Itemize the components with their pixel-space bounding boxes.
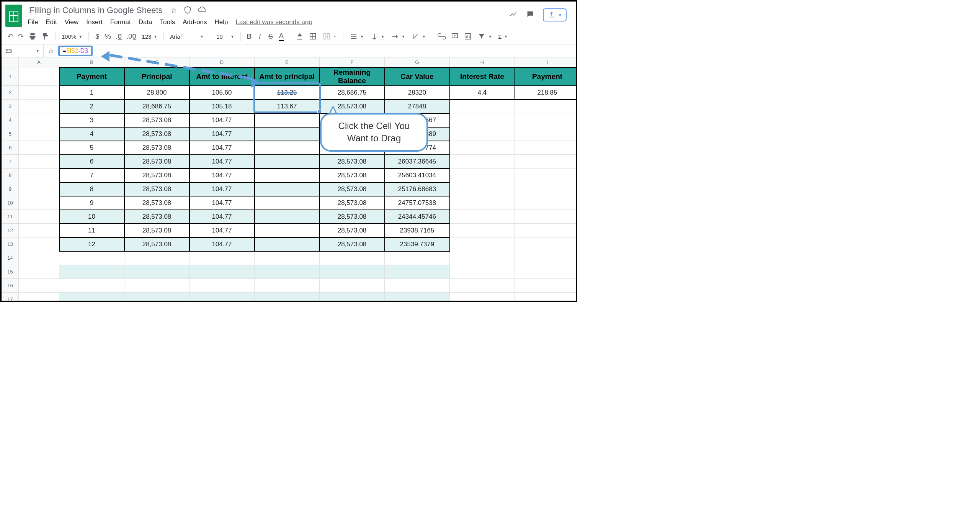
cell-C6[interactable]: 28,573.08 xyxy=(124,141,189,155)
cell-B2[interactable]: 1 xyxy=(59,86,124,100)
cell-A2[interactable] xyxy=(19,86,59,100)
cell-B1[interactable]: Payment xyxy=(59,67,124,86)
cell-G9[interactable]: 25176.68683 xyxy=(385,182,450,196)
cell-I11[interactable] xyxy=(515,210,578,224)
valign-button[interactable]: ▼ xyxy=(368,32,387,41)
cell-F15[interactable] xyxy=(320,265,385,279)
fill-color-button[interactable] xyxy=(294,31,305,42)
cell-G2[interactable]: 28320 xyxy=(385,86,450,100)
halign-button[interactable]: ▼ xyxy=(347,32,366,41)
row-header-10[interactable]: 10 xyxy=(2,196,19,210)
cell-B17[interactable] xyxy=(59,293,124,303)
cell-B11[interactable]: 10 xyxy=(59,210,124,224)
cell-E5[interactable] xyxy=(255,127,320,141)
cell-I15[interactable] xyxy=(515,265,578,279)
currency-button[interactable]: $ xyxy=(93,31,102,42)
col-C[interactable]: C xyxy=(124,57,189,67)
borders-button[interactable] xyxy=(307,31,318,42)
cell-F14[interactable] xyxy=(320,251,385,265)
cell-F1[interactable]: Remaining Balance xyxy=(320,67,385,86)
cell-I12[interactable] xyxy=(515,224,578,237)
cell-I7[interactable] xyxy=(515,155,578,169)
cell-I4[interactable] xyxy=(515,113,578,127)
last-edit-link[interactable]: Last edit was seconds ago xyxy=(236,18,312,26)
cell-D11[interactable]: 104.77 xyxy=(189,210,255,224)
merge-button[interactable]: ▼ xyxy=(320,32,339,41)
col-H[interactable]: H xyxy=(450,57,515,67)
cell-H15[interactable] xyxy=(450,265,515,279)
cell-E16[interactable] xyxy=(255,279,320,293)
print-button[interactable] xyxy=(27,31,38,42)
cell-E4[interactable] xyxy=(255,113,320,127)
cell-A5[interactable] xyxy=(19,127,59,141)
star-icon[interactable]: ☆ xyxy=(170,6,177,15)
cell-A14[interactable] xyxy=(19,251,59,265)
comment-button[interactable] xyxy=(449,31,461,42)
cell-G16[interactable] xyxy=(385,279,450,293)
italic-button[interactable]: I xyxy=(255,31,265,42)
cell-H11[interactable] xyxy=(450,210,515,224)
cell-C4[interactable]: 28,573.08 xyxy=(124,113,189,127)
undo-button[interactable]: ↶ xyxy=(5,31,15,42)
cell-H16[interactable] xyxy=(450,279,515,293)
cell-G1[interactable]: Car Value xyxy=(385,67,450,86)
menu-tools[interactable]: Tools xyxy=(160,18,175,26)
cell-D3[interactable]: 105.18 xyxy=(189,100,255,113)
col-D[interactable]: D xyxy=(189,57,255,67)
cell-C11[interactable]: 28,573.08 xyxy=(124,210,189,224)
row-header-2[interactable]: 2 xyxy=(2,86,19,100)
cell-G15[interactable] xyxy=(385,265,450,279)
cell-I6[interactable] xyxy=(515,141,578,155)
menu-help[interactable]: Help xyxy=(215,18,228,26)
cell-B8[interactable]: 7 xyxy=(59,169,124,182)
cell-D12[interactable]: 104.77 xyxy=(189,224,255,237)
cell-E8[interactable] xyxy=(255,169,320,182)
cell-E1[interactable]: Amt to principal xyxy=(255,67,320,86)
row-header-16[interactable]: 16 xyxy=(2,279,19,293)
cell-F9[interactable]: 28,573.08 xyxy=(320,182,385,196)
cell-H12[interactable] xyxy=(450,224,515,237)
cell-A15[interactable] xyxy=(19,265,59,279)
paint-format-button[interactable] xyxy=(40,31,51,42)
activity-icon[interactable] xyxy=(509,10,518,20)
cell-C13[interactable]: 28,573.08 xyxy=(124,237,189,251)
column-headers[interactable]: A B C D E F G H I xyxy=(2,57,578,67)
cell-F11[interactable]: 28,573.08 xyxy=(320,210,385,224)
wrap-button[interactable]: ▼ xyxy=(389,32,408,41)
cell-C17[interactable] xyxy=(124,293,189,303)
functions-button[interactable]: Σ▼ xyxy=(496,33,510,40)
strike-button[interactable]: S xyxy=(266,31,275,42)
cell-A11[interactable] xyxy=(19,210,59,224)
cell-I9[interactable] xyxy=(515,182,578,196)
link-button[interactable] xyxy=(436,31,448,42)
cell-D8[interactable]: 104.77 xyxy=(189,169,255,182)
col-I[interactable]: I xyxy=(515,57,578,67)
cell-B12[interactable]: 11 xyxy=(59,224,124,237)
font-size-select[interactable]: 10▼ xyxy=(214,33,237,40)
cell-A17[interactable] xyxy=(19,293,59,303)
cell-C9[interactable]: 28,573.08 xyxy=(124,182,189,196)
cell-I17[interactable] xyxy=(515,293,578,303)
decrease-decimal-button[interactable]: .0̲ xyxy=(114,31,123,42)
text-color-button[interactable]: A xyxy=(277,31,286,42)
google-sheets-logo-icon[interactable] xyxy=(5,5,22,27)
increase-decimal-button[interactable]: .00̲ xyxy=(125,31,138,42)
cell-A10[interactable] xyxy=(19,196,59,210)
cell-A3[interactable] xyxy=(19,100,59,113)
cell-C2[interactable]: 28,800 xyxy=(124,86,189,100)
cell-C3[interactable]: 28,686.75 xyxy=(124,100,189,113)
cell-D13[interactable]: 104.77 xyxy=(189,237,255,251)
cell-D6[interactable]: 104.77 xyxy=(189,141,255,155)
cell-E9[interactable] xyxy=(255,182,320,196)
cell-F12[interactable]: 28,573.08 xyxy=(320,224,385,237)
cell-C14[interactable] xyxy=(124,251,189,265)
cell-B4[interactable]: 3 xyxy=(59,113,124,127)
cell-G3[interactable]: 27848 xyxy=(385,100,450,113)
cell-A12[interactable] xyxy=(19,224,59,237)
cell-C12[interactable]: 28,573.08 xyxy=(124,224,189,237)
cell-I3[interactable] xyxy=(515,100,578,113)
cell-G8[interactable]: 25603.41034 xyxy=(385,169,450,182)
cell-D7[interactable]: 104.77 xyxy=(189,155,255,169)
comments-icon[interactable] xyxy=(526,10,534,20)
cell-G17[interactable] xyxy=(385,293,450,303)
